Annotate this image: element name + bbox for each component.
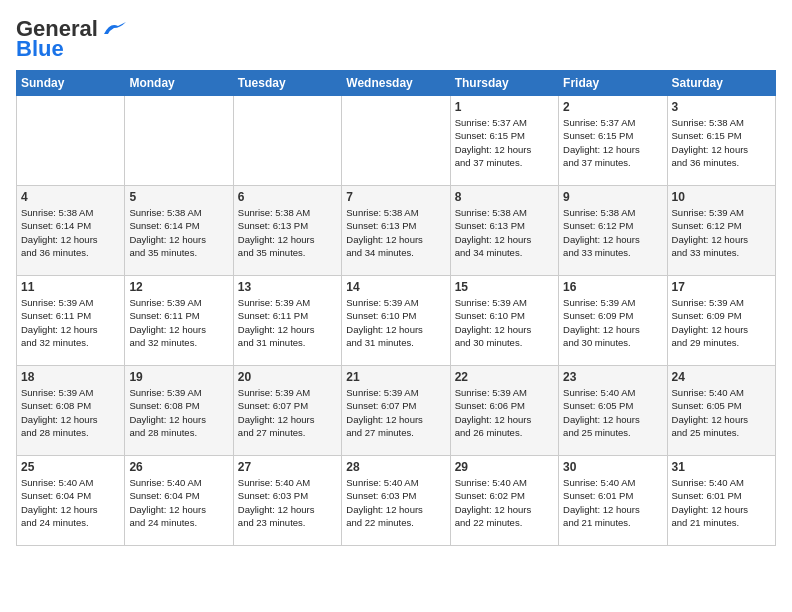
- day-number: 7: [346, 190, 445, 204]
- calendar-cell: 5Sunrise: 5:38 AMSunset: 6:14 PMDaylight…: [125, 186, 233, 276]
- calendar-cell: [342, 96, 450, 186]
- calendar-cell: 12Sunrise: 5:39 AMSunset: 6:11 PMDayligh…: [125, 276, 233, 366]
- cell-info: Sunrise: 5:37 AMSunset: 6:15 PMDaylight:…: [455, 116, 554, 169]
- cell-info: Sunrise: 5:39 AMSunset: 6:10 PMDaylight:…: [455, 296, 554, 349]
- logo-bird-icon: [100, 20, 128, 38]
- column-header-saturday: Saturday: [667, 71, 775, 96]
- calendar-cell: 25Sunrise: 5:40 AMSunset: 6:04 PMDayligh…: [17, 456, 125, 546]
- calendar-cell: 24Sunrise: 5:40 AMSunset: 6:05 PMDayligh…: [667, 366, 775, 456]
- cell-info: Sunrise: 5:38 AMSunset: 6:15 PMDaylight:…: [672, 116, 771, 169]
- calendar-cell: 20Sunrise: 5:39 AMSunset: 6:07 PMDayligh…: [233, 366, 341, 456]
- column-header-wednesday: Wednesday: [342, 71, 450, 96]
- calendar-cell: 21Sunrise: 5:39 AMSunset: 6:07 PMDayligh…: [342, 366, 450, 456]
- calendar-cell: 29Sunrise: 5:40 AMSunset: 6:02 PMDayligh…: [450, 456, 558, 546]
- calendar-cell: 16Sunrise: 5:39 AMSunset: 6:09 PMDayligh…: [559, 276, 667, 366]
- day-number: 10: [672, 190, 771, 204]
- cell-info: Sunrise: 5:40 AMSunset: 6:05 PMDaylight:…: [672, 386, 771, 439]
- calendar-cell: 19Sunrise: 5:39 AMSunset: 6:08 PMDayligh…: [125, 366, 233, 456]
- cell-info: Sunrise: 5:38 AMSunset: 6:14 PMDaylight:…: [129, 206, 228, 259]
- calendar-week-row: 1Sunrise: 5:37 AMSunset: 6:15 PMDaylight…: [17, 96, 776, 186]
- cell-info: Sunrise: 5:38 AMSunset: 6:13 PMDaylight:…: [238, 206, 337, 259]
- day-number: 27: [238, 460, 337, 474]
- column-header-sunday: Sunday: [17, 71, 125, 96]
- calendar-cell: 13Sunrise: 5:39 AMSunset: 6:11 PMDayligh…: [233, 276, 341, 366]
- cell-info: Sunrise: 5:40 AMSunset: 6:04 PMDaylight:…: [129, 476, 228, 529]
- calendar-cell: 17Sunrise: 5:39 AMSunset: 6:09 PMDayligh…: [667, 276, 775, 366]
- day-number: 18: [21, 370, 120, 384]
- cell-info: Sunrise: 5:39 AMSunset: 6:08 PMDaylight:…: [129, 386, 228, 439]
- calendar-cell: 31Sunrise: 5:40 AMSunset: 6:01 PMDayligh…: [667, 456, 775, 546]
- cell-info: Sunrise: 5:39 AMSunset: 6:08 PMDaylight:…: [21, 386, 120, 439]
- day-number: 23: [563, 370, 662, 384]
- day-number: 4: [21, 190, 120, 204]
- day-number: 2: [563, 100, 662, 114]
- cell-info: Sunrise: 5:40 AMSunset: 6:02 PMDaylight:…: [455, 476, 554, 529]
- cell-info: Sunrise: 5:37 AMSunset: 6:15 PMDaylight:…: [563, 116, 662, 169]
- day-number: 28: [346, 460, 445, 474]
- cell-info: Sunrise: 5:39 AMSunset: 6:07 PMDaylight:…: [238, 386, 337, 439]
- calendar-cell: 6Sunrise: 5:38 AMSunset: 6:13 PMDaylight…: [233, 186, 341, 276]
- calendar-week-row: 11Sunrise: 5:39 AMSunset: 6:11 PMDayligh…: [17, 276, 776, 366]
- day-number: 19: [129, 370, 228, 384]
- column-header-tuesday: Tuesday: [233, 71, 341, 96]
- day-number: 15: [455, 280, 554, 294]
- cell-info: Sunrise: 5:38 AMSunset: 6:13 PMDaylight:…: [346, 206, 445, 259]
- cell-info: Sunrise: 5:39 AMSunset: 6:09 PMDaylight:…: [563, 296, 662, 349]
- cell-info: Sunrise: 5:39 AMSunset: 6:11 PMDaylight:…: [238, 296, 337, 349]
- day-number: 25: [21, 460, 120, 474]
- cell-info: Sunrise: 5:39 AMSunset: 6:11 PMDaylight:…: [21, 296, 120, 349]
- calendar-cell: 27Sunrise: 5:40 AMSunset: 6:03 PMDayligh…: [233, 456, 341, 546]
- calendar-week-row: 25Sunrise: 5:40 AMSunset: 6:04 PMDayligh…: [17, 456, 776, 546]
- calendar-cell: 23Sunrise: 5:40 AMSunset: 6:05 PMDayligh…: [559, 366, 667, 456]
- calendar-table: SundayMondayTuesdayWednesdayThursdayFrid…: [16, 70, 776, 546]
- calendar-cell: 28Sunrise: 5:40 AMSunset: 6:03 PMDayligh…: [342, 456, 450, 546]
- calendar-cell: 3Sunrise: 5:38 AMSunset: 6:15 PMDaylight…: [667, 96, 775, 186]
- calendar-cell: 30Sunrise: 5:40 AMSunset: 6:01 PMDayligh…: [559, 456, 667, 546]
- day-number: 26: [129, 460, 228, 474]
- column-header-monday: Monday: [125, 71, 233, 96]
- calendar-week-row: 4Sunrise: 5:38 AMSunset: 6:14 PMDaylight…: [17, 186, 776, 276]
- cell-info: Sunrise: 5:39 AMSunset: 6:06 PMDaylight:…: [455, 386, 554, 439]
- calendar-cell: [17, 96, 125, 186]
- cell-info: Sunrise: 5:38 AMSunset: 6:12 PMDaylight:…: [563, 206, 662, 259]
- cell-info: Sunrise: 5:38 AMSunset: 6:13 PMDaylight:…: [455, 206, 554, 259]
- calendar-cell: 10Sunrise: 5:39 AMSunset: 6:12 PMDayligh…: [667, 186, 775, 276]
- day-number: 9: [563, 190, 662, 204]
- calendar-cell: 1Sunrise: 5:37 AMSunset: 6:15 PMDaylight…: [450, 96, 558, 186]
- cell-info: Sunrise: 5:40 AMSunset: 6:04 PMDaylight:…: [21, 476, 120, 529]
- day-number: 17: [672, 280, 771, 294]
- cell-info: Sunrise: 5:40 AMSunset: 6:01 PMDaylight:…: [672, 476, 771, 529]
- page-header: General Blue: [16, 16, 776, 62]
- calendar-cell: 15Sunrise: 5:39 AMSunset: 6:10 PMDayligh…: [450, 276, 558, 366]
- calendar-cell: 26Sunrise: 5:40 AMSunset: 6:04 PMDayligh…: [125, 456, 233, 546]
- cell-info: Sunrise: 5:39 AMSunset: 6:07 PMDaylight:…: [346, 386, 445, 439]
- day-number: 1: [455, 100, 554, 114]
- cell-info: Sunrise: 5:40 AMSunset: 6:01 PMDaylight:…: [563, 476, 662, 529]
- column-header-friday: Friday: [559, 71, 667, 96]
- day-number: 29: [455, 460, 554, 474]
- day-number: 22: [455, 370, 554, 384]
- calendar-week-row: 18Sunrise: 5:39 AMSunset: 6:08 PMDayligh…: [17, 366, 776, 456]
- calendar-cell: [233, 96, 341, 186]
- logo-blue-text: Blue: [16, 36, 64, 62]
- day-number: 21: [346, 370, 445, 384]
- day-number: 16: [563, 280, 662, 294]
- calendar-cell: 22Sunrise: 5:39 AMSunset: 6:06 PMDayligh…: [450, 366, 558, 456]
- cell-info: Sunrise: 5:39 AMSunset: 6:10 PMDaylight:…: [346, 296, 445, 349]
- day-number: 30: [563, 460, 662, 474]
- logo: General Blue: [16, 16, 128, 62]
- day-number: 6: [238, 190, 337, 204]
- day-number: 20: [238, 370, 337, 384]
- calendar-cell: 14Sunrise: 5:39 AMSunset: 6:10 PMDayligh…: [342, 276, 450, 366]
- cell-info: Sunrise: 5:38 AMSunset: 6:14 PMDaylight:…: [21, 206, 120, 259]
- day-number: 14: [346, 280, 445, 294]
- calendar-cell: 8Sunrise: 5:38 AMSunset: 6:13 PMDaylight…: [450, 186, 558, 276]
- cell-info: Sunrise: 5:40 AMSunset: 6:03 PMDaylight:…: [238, 476, 337, 529]
- calendar-cell: 4Sunrise: 5:38 AMSunset: 6:14 PMDaylight…: [17, 186, 125, 276]
- cell-info: Sunrise: 5:39 AMSunset: 6:09 PMDaylight:…: [672, 296, 771, 349]
- cell-info: Sunrise: 5:39 AMSunset: 6:12 PMDaylight:…: [672, 206, 771, 259]
- cell-info: Sunrise: 5:40 AMSunset: 6:05 PMDaylight:…: [563, 386, 662, 439]
- day-number: 3: [672, 100, 771, 114]
- day-number: 12: [129, 280, 228, 294]
- day-number: 13: [238, 280, 337, 294]
